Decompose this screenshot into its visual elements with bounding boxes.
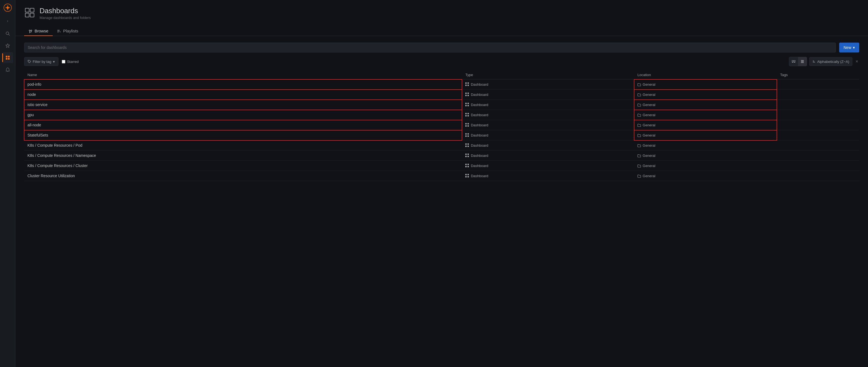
cell-tags [777,140,859,150]
svg-marker-27 [60,31,61,32]
tabs-bar: Browse Playlists [16,21,868,36]
cell-location: General [634,161,777,171]
cell-location: General [634,79,777,89]
sidebar-item-starred[interactable] [2,40,13,51]
table-row: pod-info Dashboard General [24,79,859,89]
svg-rect-30 [794,60,795,61]
sort-button[interactable]: Alphabetically (Z−A) [809,57,852,66]
cell-tags [777,150,859,161]
tab-browse-label: Browse [35,29,48,33]
cell-tags [777,89,859,100]
page-header: Dashboards Manage dashboards and folders [16,0,868,20]
dashboard-name-link[interactable]: node [27,92,36,97]
view-folder-button[interactable] [789,57,798,66]
dashboard-name-link[interactable]: StatefulSets [27,133,48,137]
cell-tags [777,130,859,140]
type-value: Dashboard [465,103,631,107]
type-value: Dashboard [465,133,631,137]
folder-icon [638,153,641,158]
dashboards-header-icon [24,7,35,18]
table-row: gpu Dashboard General [24,110,859,120]
type-value: Dashboard [465,123,631,127]
tab-playlists-label: Playlists [63,29,78,33]
filter-row-right: Alphabetically (Z−A) × [789,57,859,66]
dashboard-name-link[interactable]: K8s / Compute Resources / Cluster [27,164,88,168]
type-value: Dashboard [465,143,631,147]
type-value: Dashboard [465,82,631,87]
new-button-label: New [843,45,851,50]
svg-rect-11 [6,58,7,60]
filter-chevron-icon: ▾ [53,60,55,64]
location-value: General [638,164,774,168]
svg-marker-8 [6,44,10,48]
new-button[interactable]: New ▾ [839,43,859,53]
dashboard-type-icon [465,174,469,178]
cell-location: General [634,130,777,140]
playlists-tab-icon [57,29,61,33]
dashboard-type-icon [465,103,469,107]
tag-icon [28,60,31,63]
starred-label: Starred [67,60,79,64]
search-input[interactable] [24,43,836,53]
page-header-text: Dashboards Manage dashboards and folders [39,7,91,20]
dashboard-name-link[interactable]: gpu [27,113,34,117]
cell-type: Dashboard [462,161,634,171]
dashboard-name-link[interactable]: istio service [27,103,48,107]
svg-rect-26 [57,32,59,32]
dashboard-name-link[interactable]: K8s / Compute Resources / Pod [27,143,82,147]
starred-checkbox[interactable] [62,60,65,63]
col-name: Name [24,70,462,79]
svg-point-28 [29,61,29,61]
tab-playlists[interactable]: Playlists [53,26,83,36]
folder-icon [638,123,641,127]
dashboard-type-icon [465,92,469,96]
svg-rect-9 [6,56,7,57]
cell-type: Dashboard [462,150,634,161]
col-location: Location [634,70,777,79]
filter-by-tag-button[interactable]: Filter by tag ▾ [24,57,59,66]
type-value: Dashboard [465,153,631,158]
dashboard-name-link[interactable]: pod-info [27,82,41,87]
table-row: K8s / Compute Resources / Namespace Dash… [24,150,859,161]
location-value: General [638,113,774,117]
dashboard-type-icon [465,133,469,137]
table-body: pod-info Dashboard General node Dashboar… [24,79,859,181]
svg-rect-18 [30,13,34,17]
location-value: General [638,143,774,147]
view-list-button[interactable] [798,57,807,66]
new-button-chevron: ▾ [853,45,855,50]
svg-rect-32 [794,62,795,63]
clear-sort-button[interactable]: × [855,59,859,64]
svg-rect-10 [8,56,10,57]
cell-name: K8s / Compute Resources / Pod [24,140,462,150]
grafana-logo[interactable] [3,3,12,12]
cell-type: Dashboard [462,120,634,130]
dashboard-type-icon [465,123,469,127]
cell-name: StatefulSets [24,130,462,140]
dashboard-name-link[interactable]: K8s / Compute Resources / Namespace [27,153,96,158]
sidebar-item-dashboards[interactable] [2,52,13,63]
sidebar-item-search[interactable] [2,28,13,39]
folder-icon [638,133,641,137]
dashboard-type-icon [465,82,469,86]
cell-location: General [634,100,777,110]
cell-name: Cluster Resource Utilization [24,171,462,181]
dashboard-type-icon [465,113,469,117]
cell-tags [777,100,859,110]
browse-tab-icon [29,29,32,33]
sort-label: Alphabetically (Z−A) [817,60,849,64]
sidebar-item-alerting[interactable] [2,64,13,75]
cell-name: K8s / Compute Resources / Cluster [24,161,462,171]
tab-browse[interactable]: Browse [24,26,53,36]
type-value: Dashboard [465,164,631,168]
svg-rect-17 [25,13,29,17]
sidebar-collapse-button[interactable]: › [3,17,12,25]
folder-icon [638,82,641,87]
dashboard-name-link[interactable]: all-node [27,123,41,127]
starred-filter[interactable]: Starred [62,60,79,64]
table-row: K8s / Compute Resources / Pod Dashboard … [24,140,859,150]
location-value: General [638,82,774,87]
dashboard-name-link[interactable]: Cluster Resource Utilization [27,174,75,178]
cell-name: istio service [24,100,462,110]
sort-icon [812,60,815,63]
